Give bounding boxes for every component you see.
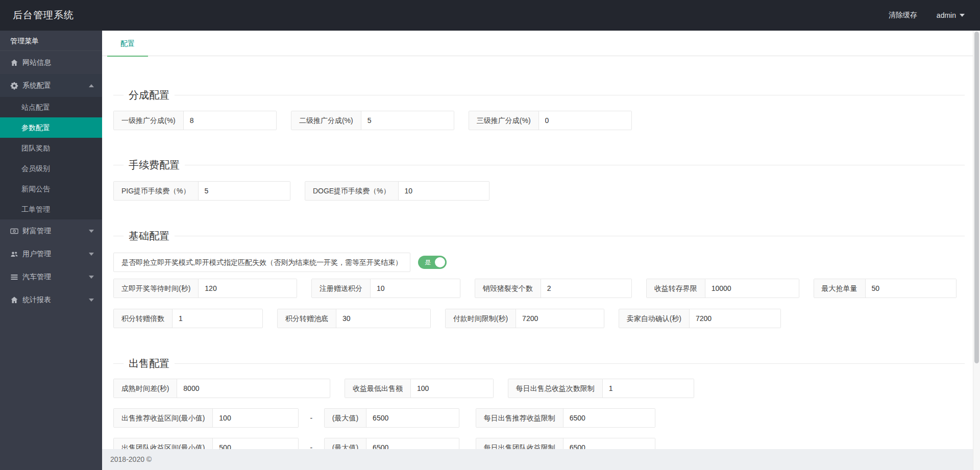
daily-sell-count-limit-input[interactable] [603, 379, 694, 398]
chevron-down-icon [89, 230, 94, 233]
chevron-down-icon [960, 14, 965, 17]
home-icon [10, 59, 22, 67]
field-register-points: 注册赠送积分 [311, 279, 460, 298]
field-pig-withdraw-fee: PIG提币手续费（%） [113, 181, 290, 201]
sidebar-item-param-config[interactable]: 参数配置 [0, 117, 102, 138]
sidebar-item-website-info[interactable]: 网站信息 [0, 51, 102, 74]
section-basic: 基础配置 [113, 229, 965, 243]
sidebar-item-team-reward[interactable]: 团队奖励 [0, 138, 102, 158]
app-title: 后台管理系统 [0, 9, 102, 22]
sidebar-menu-title: 管理菜单 [0, 31, 102, 51]
main-content: 配置 分成配置 一级推广分成(%) 二级推广分成(%) 三级推广分成(%) 手 [102, 31, 980, 470]
tab-active-underline [107, 56, 148, 57]
sidebar-item-site-config[interactable]: 站点配置 [0, 97, 102, 117]
form-row: 积分转赠倍数 积分转赠池底 付款时间限制(秒) 卖家自动确认(秒) [113, 309, 965, 328]
points-gift-pool-input[interactable] [336, 309, 430, 328]
chevron-down-icon [89, 276, 94, 279]
instant-draw-label: 是否即抢立即开奖模式,即开模式指定匹配失效（否则为结束统一开奖，需等至开奖结束） [113, 253, 410, 272]
sidebar-item-news-notice[interactable]: 新闻公告 [0, 179, 102, 199]
section-title: 分成配置 [124, 88, 175, 102]
sidebar-item-ticket-manage[interactable]: 工单管理 [0, 199, 102, 219]
mature-time-diff-input[interactable] [177, 379, 330, 398]
instant-draw-switch-row: 是否即抢立即开奖模式,即开模式指定匹配失效（否则为结束统一开奖，需等至开奖结束）… [113, 253, 965, 272]
instant-draw-toggle[interactable]: 是 [418, 256, 447, 269]
register-points-input[interactable] [371, 279, 460, 298]
field-points-gift-pool: 积分转赠池底 [277, 309, 431, 328]
sidebar: 管理菜单 网站信息 系统配置 站点配置 参数配置 团队奖励 会员级别 新闻公告 … [0, 31, 102, 470]
level3-commission-input[interactable] [539, 111, 631, 130]
field-sell-recommend-min: 出售推荐收益区间(最小值) [113, 408, 299, 428]
sidebar-item-car-manage[interactable]: 汽车管理 [0, 265, 102, 288]
vertical-scrollbar [973, 31, 980, 470]
clear-cache-button[interactable]: 清除缓存 [889, 11, 917, 20]
tab-bar: 配置 [102, 31, 980, 56]
sidebar-item-system-config[interactable]: 系统配置 [0, 74, 102, 97]
field-payment-time-limit: 付款时间限制(秒) [445, 309, 604, 328]
field-instant-draw-wait: 立即开奖等待时间(秒) [113, 279, 297, 298]
users-icon [10, 250, 22, 258]
form-row: PIG提币手续费（%） DOGE提币手续费（%） [113, 181, 965, 201]
footer-copyright: 2018-2020 © [102, 449, 980, 470]
pig-withdraw-fee-input[interactable] [199, 182, 290, 200]
sell-recommend-max-input[interactable] [366, 409, 459, 427]
sidebar-submenu-system-config: 站点配置 参数配置 团队奖励 会员级别 新闻公告 工单管理 [0, 97, 102, 219]
toggle-knob [435, 257, 445, 267]
home-icon [10, 296, 22, 304]
field-points-gift-multiple: 积分转赠倍数 [113, 309, 263, 328]
section-commission: 分成配置 [113, 88, 965, 102]
field-level3-commission: 三级推广分成(%) [469, 111, 632, 130]
header-actions: 清除缓存 admin [889, 11, 980, 20]
section-title: 手续费配置 [124, 158, 185, 172]
chevron-down-icon [89, 253, 94, 256]
field-daily-sell-count-limit: 每日出售总收益次数限制 [508, 379, 694, 398]
seller-auto-confirm-input[interactable] [690, 309, 780, 328]
field-destroy-pig-count: 销毁猪裂变个数 [475, 279, 632, 298]
field-max-grab: 最大抢单量 [814, 279, 957, 298]
range-separator: - [307, 408, 316, 428]
money-icon [10, 227, 22, 235]
field-level2-commission: 二级推广分成(%) [291, 111, 454, 130]
field-doge-withdraw-fee: DOGE提币手续费（%） [305, 181, 489, 201]
sidebar-item-wealth-manage[interactable]: 财富管理 [0, 219, 102, 242]
tab-config[interactable]: 配置 [107, 31, 148, 56]
points-gift-multiple-input[interactable] [173, 309, 262, 328]
section-title: 出售配置 [124, 356, 175, 370]
field-sell-recommend-max: (最大值) [324, 408, 459, 428]
config-form: 分成配置 一级推广分成(%) 二级推广分成(%) 三级推广分成(%) 手续费配置… [102, 88, 980, 457]
field-level1-commission: 一级推广分成(%) [113, 111, 277, 130]
sidebar-item-member-level[interactable]: 会员级别 [0, 158, 102, 179]
form-row: 一级推广分成(%) 二级推广分成(%) 三级推广分成(%) [113, 111, 965, 130]
income-transfer-limit-input[interactable] [705, 279, 799, 298]
sidebar-item-user-manage[interactable]: 用户管理 [0, 242, 102, 265]
section-sell: 出售配置 [113, 356, 965, 370]
sell-recommend-min-input[interactable] [213, 409, 298, 427]
level2-commission-input[interactable] [361, 111, 454, 130]
user-dropdown[interactable]: admin [937, 11, 965, 19]
form-row: 出售推荐收益区间(最小值) - (最大值) 每日出售推荐收益限制 [113, 408, 965, 428]
form-row: 立即开奖等待时间(秒) 注册赠送积分 销毁猪裂变个数 收益转存界限 最大抢单量 [113, 279, 965, 298]
field-income-transfer-limit: 收益转存界限 [646, 279, 799, 298]
top-header: 后台管理系统 清除缓存 admin [0, 0, 980, 31]
doge-withdraw-fee-input[interactable] [399, 182, 489, 200]
instant-draw-wait-input[interactable] [199, 279, 297, 298]
level1-commission-input[interactable] [184, 111, 276, 130]
field-mature-time-diff: 成熟时间差(秒) [113, 379, 330, 398]
destroy-pig-count-input[interactable] [541, 279, 631, 298]
payment-time-limit-input[interactable] [516, 309, 604, 328]
chevron-down-icon [89, 299, 94, 302]
field-daily-recommend-limit: 每日出售推荐收益限制 [476, 408, 655, 428]
list-icon [10, 273, 22, 281]
cogs-icon [10, 82, 22, 90]
max-grab-input[interactable] [866, 279, 956, 298]
chevron-up-icon [89, 84, 94, 87]
section-fee: 手续费配置 [113, 158, 965, 172]
sidebar-item-stats-report[interactable]: 统计报表 [0, 288, 102, 311]
min-sell-amount-input[interactable] [411, 379, 493, 398]
section-title: 基础配置 [124, 229, 175, 243]
daily-recommend-limit-input[interactable] [564, 409, 655, 427]
form-row: 成熟时间差(秒) 收益最低出售额 每日出售总收益次数限制 [113, 379, 965, 398]
field-seller-auto-confirm: 卖家自动确认(秒) [619, 309, 781, 328]
scrollbar-thumb[interactable] [974, 32, 979, 363]
field-min-sell-amount: 收益最低出售额 [345, 379, 494, 398]
username: admin [937, 11, 956, 19]
